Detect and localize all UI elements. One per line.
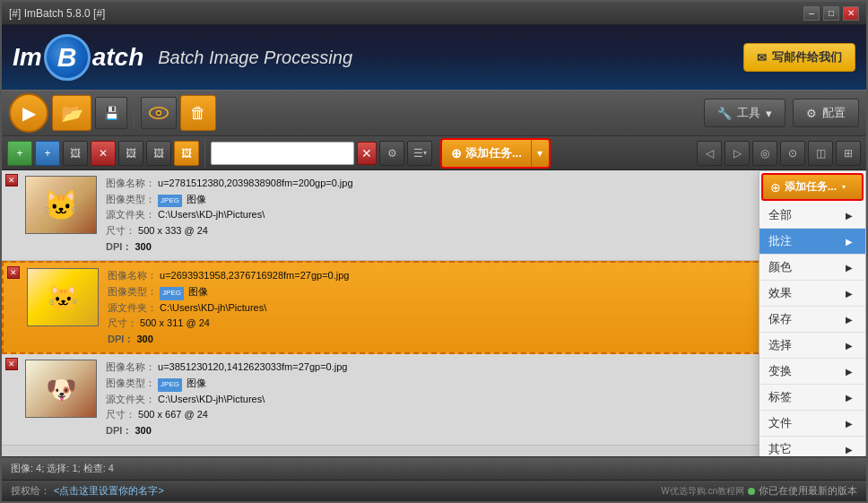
menu-arrow-icon: ▶	[846, 263, 853, 273]
source-value: C:\Users\KD-jh\Pictures\	[158, 394, 265, 404]
tb2-list-button[interactable]: ☰ ▾	[407, 141, 432, 166]
save-button[interactable]: 💾	[95, 97, 127, 129]
menu-arrow-icon: ▶	[846, 367, 853, 377]
image-info: 图像名称： u=2781512380,2039838908fm=200gp=0.…	[106, 176, 859, 255]
logo-area: Im B atch Batch Image Processing	[13, 34, 352, 81]
tb2-prev-button[interactable]: ◁	[697, 141, 722, 166]
menu-item-select[interactable]: 选择 ▶	[760, 333, 865, 359]
menu-arrow-icon: ▶	[846, 445, 853, 455]
logo-im: Im	[13, 43, 42, 72]
size-value: 500 x 333 @ 24	[138, 225, 208, 236]
config-button[interactable]: ⚙ 配置	[793, 99, 859, 127]
thumb-cat1	[26, 177, 96, 233]
menu-item-tag-label: 标签	[768, 389, 792, 405]
eye-icon	[149, 106, 169, 120]
menu-arrow-icon: ▶	[846, 419, 853, 429]
trash-button[interactable]: 🗑	[180, 95, 216, 131]
tb2-dot-button[interactable]: ⊙	[780, 141, 805, 166]
dpi-value: 300	[135, 425, 151, 436]
menu-item-effect-label: 效果	[768, 285, 792, 301]
add-task-button[interactable]: ⊕ 添加任务...	[442, 142, 531, 165]
add-task-menu-arrow: ▾	[842, 183, 846, 191]
footer: 授权给： <点击这里设置你的名字> W优选导购.cn教程网 你已在使用最新的版本	[2, 480, 866, 501]
folder-icon: 📂	[61, 102, 83, 124]
tb2-delete-button[interactable]: ✕	[91, 141, 116, 166]
image-list[interactable]: ✕ 图像名称： u=2781512380,2039838908fm=200gp=…	[2, 170, 866, 456]
tb2-add-green-button[interactable]: +	[7, 141, 32, 166]
type-label: 图像类型：	[106, 194, 155, 204]
tb2-img1-button[interactable]: 🖼	[63, 141, 88, 166]
footer-right: W优选导购.cn教程网 你已在使用最新的版本	[661, 484, 857, 498]
menu-item-color-label: 颜色	[768, 259, 792, 275]
image-info: 图像名称： u=3851230120,1412623033fm=27gp=0.j…	[106, 360, 859, 438]
menu-item-other[interactable]: 其它 ▶	[760, 437, 865, 456]
tb2-img4-button[interactable]: 🖼	[174, 141, 199, 166]
tb2-settings-button[interactable]: ⚙	[379, 141, 404, 166]
tb2-grid-button[interactable]: ⊞	[836, 141, 861, 166]
menu-item-file-label: 文件	[768, 415, 792, 431]
maximize-button[interactable]: □	[823, 6, 839, 21]
menu-arrow-icon: ▶	[846, 393, 853, 403]
name-label: 图像名称：	[106, 178, 155, 188]
tb2-img2-button[interactable]: 🖼	[118, 141, 143, 166]
status-bar: 图像: 4; 选择: 1; 检查: 4	[2, 456, 866, 480]
trash-icon: 🗑	[190, 104, 206, 123]
menu-item-tag[interactable]: 标签 ▶	[760, 385, 865, 411]
image-size-line: 尺寸： 500 x 667 @ 24	[106, 407, 859, 423]
add-green-icon: +	[16, 147, 22, 160]
image-type-line: 图像类型： JPEG 图像	[106, 192, 859, 208]
menu-arrow-icon: ▶	[846, 341, 853, 351]
tools-label: 工具	[737, 105, 760, 121]
name-value: u=2781512380,2039838908fm=200gp=0.jpg	[158, 178, 352, 188]
img2-icon: 🖼	[126, 147, 136, 160]
menu-item-transform-label: 变换	[768, 363, 792, 379]
add-task-dropdown-button[interactable]: ▾	[531, 140, 549, 167]
toolbar2: + + 🖼 ✕ 🖼 🖼 🖼 ✕ ⚙ ☰ ▾	[2, 136, 866, 170]
menu-item-all[interactable]: 全部 ▶	[760, 203, 865, 229]
tb2-next-button[interactable]: ▷	[725, 141, 750, 166]
tb2-img3-button[interactable]: 🖼	[146, 141, 171, 166]
source-value: C:\Users\KD-jh\Pictures\	[160, 302, 266, 313]
image-source-line: 源文件夹： C:\Users\KD-jh\Pictures\	[106, 207, 859, 223]
search-clear-button[interactable]: ✕	[357, 142, 377, 165]
add-task-plus-icon: ⊕	[770, 180, 781, 195]
auth-value[interactable]: <点击这里设置你的名字>	[54, 484, 164, 498]
image-item[interactable]: ✕ 图像名称： u=2781512380,2039838908fm=200gp=…	[2, 170, 866, 261]
dpi-label: DPI：	[106, 241, 132, 252]
tb2-add-blue-button[interactable]: +	[35, 141, 60, 166]
image-item[interactable]: ✕ 图像名称： u=3851230120,1412623033fm=27gp=0…	[2, 354, 866, 445]
menu-item-color[interactable]: 颜色 ▶	[760, 255, 865, 281]
email-button[interactable]: ✉ 写邮件给我们	[743, 43, 855, 72]
image-source-line: 源文件夹： C:\Users\KD-jh\Pictures\	[106, 392, 859, 408]
menu-item-select-label: 选择	[768, 337, 792, 353]
search-input[interactable]	[211, 142, 354, 165]
add-task-menu-label: 添加任务...	[785, 179, 837, 195]
open-folder-button[interactable]: 📂	[52, 95, 91, 131]
image-item-selected[interactable]: ✕ 图像名称： u=2693931958,2376716928fm=27gp=0…	[2, 261, 866, 354]
email-label: 写邮件给我们	[772, 49, 842, 65]
tb2-square-button[interactable]: ◫	[808, 141, 833, 166]
jpeg-badge: JPEG	[158, 195, 182, 208]
menu-item-effect[interactable]: 效果 ▶	[760, 281, 865, 307]
play-button[interactable]: ▶	[9, 93, 48, 133]
image-remove-button[interactable]: ✕	[5, 358, 18, 370]
tools-dropdown-arrow: ▾	[766, 107, 772, 120]
menu-item-transform[interactable]: 变换 ▶	[760, 359, 865, 385]
tb2-circle-button[interactable]: ◎	[752, 141, 777, 166]
minimize-button[interactable]: –	[803, 6, 820, 21]
menu-arrow-icon: ▶	[846, 289, 853, 299]
menu-item-annotation[interactable]: 批注 ▶	[760, 229, 865, 255]
close-button[interactable]: ✕	[843, 6, 859, 21]
menu-item-file[interactable]: 文件 ▶	[760, 411, 865, 437]
eye-button[interactable]	[141, 97, 177, 129]
menu-item-save[interactable]: 保存 ▶	[760, 307, 865, 333]
size-label: 尺寸：	[108, 317, 137, 328]
image-info: 图像名称： u=2693931958,2376716928fm=27gp=0.j…	[108, 268, 857, 347]
image-source-line: 源文件夹： C:\Users\KD-jh\Pictures\	[108, 300, 857, 317]
image-remove-button[interactable]: ✕	[5, 174, 18, 186]
toolbar1-left: ▶ 📂 💾 🗑	[9, 93, 216, 133]
jpeg-badge: JPEG	[158, 378, 182, 392]
add-task-menu-button[interactable]: ⊕ 添加任务... ▾	[761, 173, 864, 201]
image-remove-button[interactable]: ✕	[7, 266, 20, 279]
tools-button[interactable]: 🔧 工具 ▾	[704, 99, 786, 127]
